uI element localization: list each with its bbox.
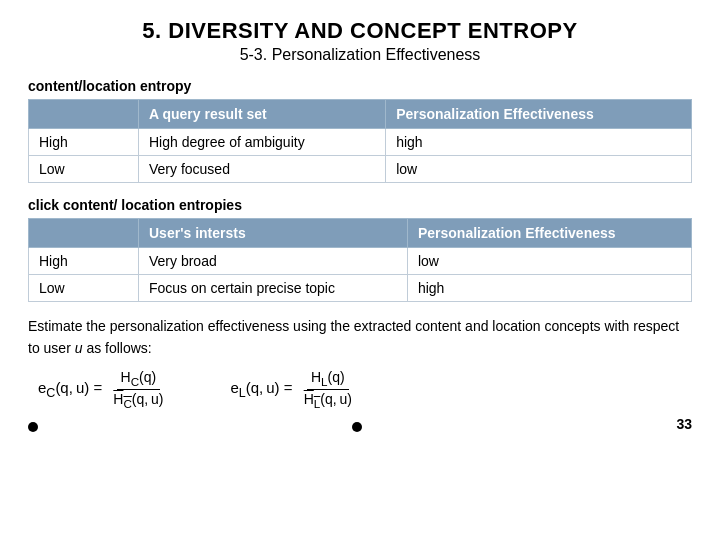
table-row: Low Focus on certain precise topic high (29, 275, 692, 302)
t2r1c2: Very broad (139, 248, 408, 275)
main-title: 5. DIVERSITY AND CONCEPT ENTROPY (28, 18, 692, 44)
subtitle: 5-3. Personalization Effectiveness (28, 46, 692, 64)
table2-header-col1 (29, 219, 139, 248)
t1r1c2: High degree of ambiguity (139, 129, 386, 156)
formula2: eL(q, u) = HL(q) HL(q, u) (230, 369, 358, 410)
section2-label: click content/ location entropies (28, 197, 692, 213)
table1-header-col2: A query result set (139, 100, 386, 129)
t2r2c1: Low (29, 275, 139, 302)
click-content-table: User's intersts Personalization Effectiv… (28, 218, 692, 302)
bullet-icon (28, 422, 38, 432)
t2r1c3: low (407, 248, 691, 275)
t1r2c1: Low (29, 156, 139, 183)
table2-header-col2: User's intersts (139, 219, 408, 248)
table-row: Low Very focused low (29, 156, 692, 183)
page-number: 33 (676, 416, 692, 432)
t1r2c3: low (386, 156, 692, 183)
table-row: High Very broad low (29, 248, 692, 275)
t1r1c1: High (29, 129, 139, 156)
t2r2c2: Focus on certain precise topic (139, 275, 408, 302)
formulas-container: eC(q, u) = HC(q) HC(q, u) eL(q, u) = HL(… (38, 369, 692, 410)
description-text: Estimate the personalization effectivene… (28, 316, 692, 359)
t1r2c2: Very focused (139, 156, 386, 183)
table-row: High High degree of ambiguity high (29, 129, 692, 156)
footer: 33 (28, 416, 692, 432)
table1-header-col1 (29, 100, 139, 129)
section1-label: content/location entropy (28, 78, 692, 94)
bullet-icon-right (352, 422, 362, 432)
content-location-table: A query result set Personalization Effec… (28, 99, 692, 183)
t2r2c3: high (407, 275, 691, 302)
t2r1c1: High (29, 248, 139, 275)
formula1: eC(q, u) = HC(q) HC(q, u) (38, 369, 170, 410)
t1r1c3: high (386, 129, 692, 156)
table2-header-col3: Personalization Effectiveness (407, 219, 691, 248)
table1-header-col3: Personalization Effectiveness (386, 100, 692, 129)
